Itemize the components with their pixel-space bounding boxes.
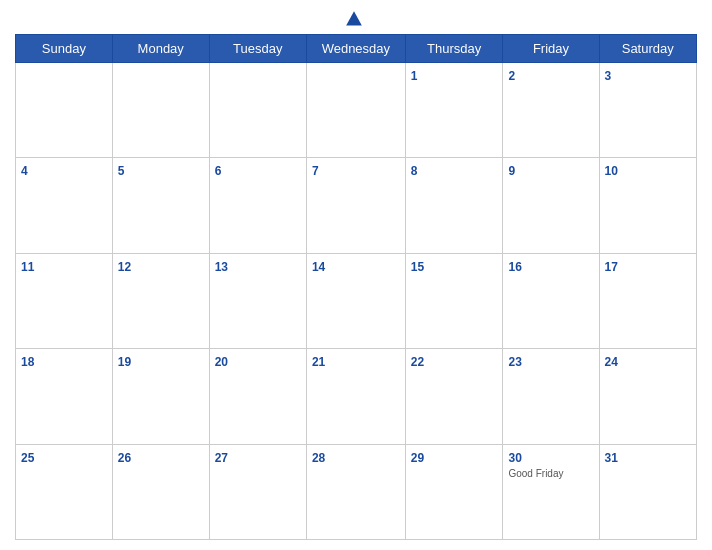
week-row-2: 45678910 [16,158,697,253]
day-number: 23 [508,355,521,369]
holiday-label: Good Friday [508,468,593,479]
calendar-cell: 12 [112,253,209,348]
day-number: 10 [605,164,618,178]
weekday-header-friday: Friday [503,35,599,63]
calendar-cell: 8 [405,158,503,253]
calendar-cell: 5 [112,158,209,253]
calendar-cell: 2 [503,63,599,158]
day-number: 11 [21,260,34,274]
day-number: 22 [411,355,424,369]
calendar-cell: 25 [16,444,113,539]
calendar-cell: 15 [405,253,503,348]
calendar-cell: 24 [599,349,697,444]
calendar-cell: 7 [306,158,405,253]
calendar-cell: 17 [599,253,697,348]
day-number: 4 [21,164,28,178]
day-number: 26 [118,451,131,465]
day-number: 16 [508,260,521,274]
calendar-table: SundayMondayTuesdayWednesdayThursdayFrid… [15,34,697,540]
logo [345,10,367,28]
weekday-header-tuesday: Tuesday [209,35,306,63]
day-number: 18 [21,355,34,369]
day-number: 15 [411,260,424,274]
day-number: 14 [312,260,325,274]
calendar-cell: 1 [405,63,503,158]
day-number: 30 [508,451,521,465]
calendar-cell [112,63,209,158]
calendar-cell: 3 [599,63,697,158]
day-number: 25 [21,451,34,465]
day-number: 21 [312,355,325,369]
week-row-5: 252627282930Good Friday31 [16,444,697,539]
calendar-cell: 14 [306,253,405,348]
calendar-cell: 28 [306,444,405,539]
calendar-cell [306,63,405,158]
calendar-cell: 31 [599,444,697,539]
calendar-cell: 16 [503,253,599,348]
calendar-cell: 4 [16,158,113,253]
day-number: 9 [508,164,515,178]
calendar-cell: 20 [209,349,306,444]
weekday-header-thursday: Thursday [405,35,503,63]
calendar-cell: 21 [306,349,405,444]
day-number: 20 [215,355,228,369]
calendar-cell: 26 [112,444,209,539]
generalblue-logo-icon [345,10,363,28]
day-number: 6 [215,164,222,178]
week-row-1: 123 [16,63,697,158]
calendar-cell: 23 [503,349,599,444]
calendar-cell: 10 [599,158,697,253]
calendar-cell: 29 [405,444,503,539]
calendar-cell: 18 [16,349,113,444]
calendar-cell [209,63,306,158]
day-number: 28 [312,451,325,465]
week-row-3: 11121314151617 [16,253,697,348]
day-number: 19 [118,355,131,369]
calendar-cell: 22 [405,349,503,444]
week-row-4: 18192021222324 [16,349,697,444]
day-number: 1 [411,69,418,83]
weekday-header-saturday: Saturday [599,35,697,63]
day-number: 8 [411,164,418,178]
day-number: 7 [312,164,319,178]
day-number: 5 [118,164,125,178]
day-number: 27 [215,451,228,465]
calendar-cell: 27 [209,444,306,539]
day-number: 17 [605,260,618,274]
calendar-header [15,10,697,28]
day-number: 24 [605,355,618,369]
calendar-cell [16,63,113,158]
day-number: 13 [215,260,228,274]
calendar-cell: 6 [209,158,306,253]
weekday-header-sunday: Sunday [16,35,113,63]
weekday-header-row: SundayMondayTuesdayWednesdayThursdayFrid… [16,35,697,63]
weekday-header-monday: Monday [112,35,209,63]
calendar-cell: 13 [209,253,306,348]
day-number: 29 [411,451,424,465]
day-number: 12 [118,260,131,274]
calendar-cell: 9 [503,158,599,253]
day-number: 31 [605,451,618,465]
svg-marker-0 [346,11,362,25]
day-number: 2 [508,69,515,83]
calendar-cell: 30Good Friday [503,444,599,539]
calendar-cell: 11 [16,253,113,348]
day-number: 3 [605,69,612,83]
calendar-cell: 19 [112,349,209,444]
weekday-header-wednesday: Wednesday [306,35,405,63]
